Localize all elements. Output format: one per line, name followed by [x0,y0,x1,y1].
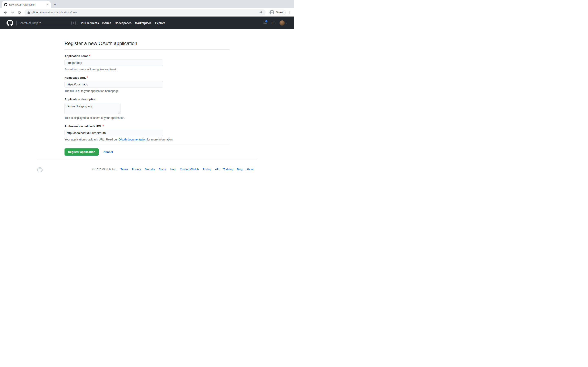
notification-dot [265,20,268,22]
search-input[interactable] [18,21,71,25]
callback-url-input[interactable] [65,130,163,136]
notifications-button[interactable] [263,21,267,25]
guest-avatar-icon [269,10,274,15]
address-bar[interactable]: github.com/settings/applications/new [25,9,266,16]
application-description-note: This is displayed to all users of your a… [65,116,229,120]
field-application-name: Application name* Something users will r… [65,54,229,71]
field-callback-url: Authorization callback URL* Your applica… [65,124,229,141]
nav-issues[interactable]: Issues [102,21,111,25]
guest-label: Guest [276,11,283,14]
homepage-url-input[interactable] [65,81,163,87]
footer-link-security[interactable]: Security [145,168,155,171]
footer-link-status[interactable]: Status [159,168,166,171]
forward-icon[interactable] [9,9,16,16]
cancel-button[interactable]: Cancel [104,150,113,154]
required-marker: * [86,76,88,79]
homepage-url-note: The full URL to your application homepag… [65,89,229,93]
footer: © 2020 GitHub, Inc. Terms Privacy Securi… [37,160,257,171]
title-divider [65,49,229,50]
oauth-documentation-link[interactable]: OAuth documentation [119,138,146,141]
chevron-down-icon [274,23,276,24]
footer-link-help[interactable]: Help [170,168,176,171]
user-menu-button[interactable] [279,20,287,26]
tab-close-icon[interactable]: ✕ [45,3,49,7]
url-text: github.com/settings/applications/new [32,11,77,14]
footer-links: © 2020 GitHub, Inc. Terms Privacy Securi… [93,168,257,171]
github-header: / Pull requests Issues Codespaces Market… [0,17,294,29]
footer-link-blog[interactable]: Blog [237,168,242,171]
application-name-label: Application name [65,54,88,58]
page-content: Register a new OAuth application Applica… [0,29,294,171]
resize-grip-icon[interactable] [118,112,120,114]
back-icon[interactable] [2,9,9,16]
oauth-form: Register a new OAuth application Applica… [65,40,229,156]
form-actions: Register application Cancel [65,149,229,156]
lock-icon[interactable] [27,11,30,14]
browser-profile-button[interactable]: Guest [269,9,286,15]
field-homepage-url: Homepage URL* The full URL to your appli… [65,76,229,93]
footer-github-logo-icon[interactable] [37,167,43,173]
application-description-label: Application description [65,98,96,101]
required-marker: * [103,124,104,128]
browser-menu-icon[interactable]: ⋮ [286,11,292,14]
footer-link-pricing[interactable]: Pricing [203,168,211,171]
browser-tab[interactable]: New OAuth Application ✕ [2,1,51,8]
nav-codespaces[interactable]: Codespaces [115,21,131,25]
browser-tab-bar: New OAuth Application ✕ + [0,0,294,8]
create-new-button[interactable]: + [271,21,276,25]
browser-toolbar: github.com/settings/applications/new Gue… [0,8,294,17]
footer-link-contact-github[interactable]: Contact GitHub [180,168,199,171]
nav-pull-requests[interactable]: Pull requests [81,21,99,25]
application-name-input[interactable] [65,59,163,66]
copyright: © 2020 GitHub, Inc. [93,168,117,171]
github-favicon-icon [4,3,7,6]
nav-marketplace[interactable]: Marketplace [135,21,151,25]
form-divider [65,144,229,144]
url-path: /settings/applications/new [45,11,77,14]
application-description-textarea[interactable] [65,103,121,114]
avatar [279,20,285,26]
github-nav: Pull requests Issues Codespaces Marketpl… [81,21,165,25]
github-logo-icon[interactable] [7,20,13,26]
field-application-description: Application description This is displaye… [65,98,229,120]
reload-icon[interactable] [16,9,22,16]
nav-explore[interactable]: Explore [155,21,165,25]
footer-link-api[interactable]: API [215,168,219,171]
footer-link-privacy[interactable]: Privacy [132,168,141,171]
application-name-note: Something users will recognize and trust… [65,67,229,71]
required-marker: * [89,54,90,58]
url-host: github.com [32,11,45,14]
new-tab-button[interactable]: + [52,2,58,8]
register-application-button[interactable]: Register application [65,149,99,156]
homepage-url-label: Homepage URL [65,76,86,79]
tab-title: New OAuth Application [9,3,43,6]
zoom-page-icon[interactable] [258,9,264,16]
footer-link-terms[interactable]: Terms [121,168,128,171]
github-search-box[interactable]: / [16,20,77,26]
page-title: Register a new OAuth application [65,40,229,47]
plus-icon: + [271,21,273,25]
callback-url-note: Your application’s callback URL. Read ou… [65,138,229,141]
callback-url-label: Authorization callback URL [65,125,102,128]
chevron-down-icon [286,23,287,24]
footer-link-training[interactable]: Training [223,168,233,171]
footer-link-about[interactable]: About [246,168,254,171]
slash-key-hint: / [71,21,76,25]
